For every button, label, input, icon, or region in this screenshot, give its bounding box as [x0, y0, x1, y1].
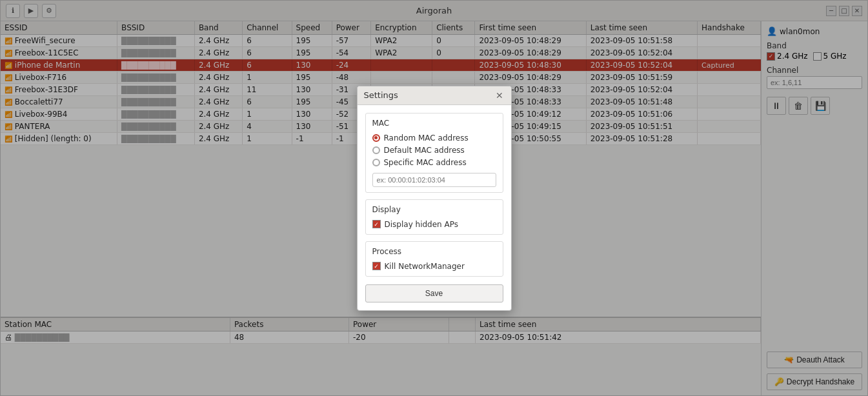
display-section-title: Display — [372, 205, 496, 214]
modal-close-button[interactable]: ✕ — [494, 90, 505, 101]
kill-nm-checkbox[interactable]: ✓ — [372, 262, 381, 270]
mac-section: MAC Random MAC address Default MAC addre… — [365, 113, 503, 193]
kill-nm-label: Kill NetworkManager — [385, 262, 465, 271]
modal-body: MAC Random MAC address Default MAC addre… — [358, 105, 511, 284]
radio-random-label: Random MAC address — [384, 134, 469, 143]
display-hidden-option[interactable]: ✓ Display hidden APs — [372, 220, 496, 229]
process-section-title: Process — [372, 247, 496, 256]
mac-section-title: MAC — [372, 119, 496, 128]
kill-nm-option[interactable]: ✓ Kill NetworkManager — [372, 262, 496, 271]
app-window: ℹ ▶ ⚙ Airgorah ─ □ ✕ ESSID — [0, 0, 868, 396]
modal-save-button[interactable]: Save — [365, 284, 503, 302]
radio-random[interactable] — [372, 134, 380, 142]
radio-random-option[interactable]: Random MAC address — [372, 134, 496, 143]
radio-specific-label: Specific MAC address — [384, 158, 467, 167]
radio-default-option[interactable]: Default MAC address — [372, 146, 496, 155]
process-section: Process ✓ Kill NetworkManager — [365, 241, 503, 277]
settings-modal: Settings ✕ MAC Random MAC address Defaul… — [357, 86, 512, 311]
radio-specific-option[interactable]: Specific MAC address — [372, 158, 496, 167]
modal-title: Settings — [364, 90, 398, 100]
modal-header: Settings ✕ — [358, 86, 511, 105]
radio-default-label: Default MAC address — [384, 146, 465, 155]
radio-default[interactable] — [372, 146, 380, 154]
mac-address-input[interactable] — [372, 173, 496, 187]
display-section: Display ✓ Display hidden APs — [365, 199, 503, 235]
display-hidden-label: Display hidden APs — [385, 220, 459, 229]
modal-overlay[interactable]: Settings ✕ MAC Random MAC address Defaul… — [1, 1, 867, 395]
display-hidden-checkbox[interactable]: ✓ — [372, 220, 381, 228]
radio-specific[interactable] — [372, 159, 380, 166]
